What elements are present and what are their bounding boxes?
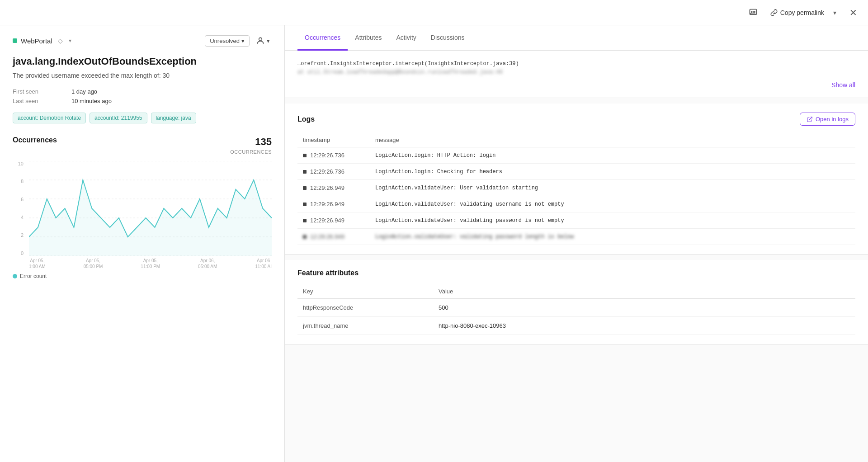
tab-attributes[interactable]: Attributes	[348, 25, 389, 51]
bookmark-icon[interactable]: ◇	[56, 36, 65, 45]
y-label-4: 4	[21, 215, 24, 220]
logs-header-row: Logs Open in logs	[297, 113, 855, 126]
log-message: LogicAction.login: HTTP Action: login	[370, 147, 855, 164]
tab-occurrences[interactable]: Occurrences	[297, 25, 348, 51]
log-row: 12:29:26.949LoginAction.validateUser: va…	[297, 229, 855, 245]
occurrences-header: Occurrences 135 OCCURRENCES	[13, 136, 272, 156]
stack-trace-line-1: …orefront.InsightsInterceptor.intercept(…	[297, 60, 855, 68]
log-timestamp: 12:29:26.736	[297, 147, 370, 164]
attr-key: jvm.thread_name	[297, 317, 433, 335]
svg-point-4	[259, 38, 262, 41]
feature-attrs-header-row: Feature attributes	[297, 269, 855, 277]
attr-value: 500	[433, 299, 855, 317]
svg-point-1	[751, 11, 752, 12]
logs-table: timestamp message 12:29:26.736LogicActio…	[297, 133, 855, 245]
log-row: 12:29:26.736LogicAction.login: HTTP Acti…	[297, 147, 855, 164]
y-label-2: 2	[21, 232, 24, 238]
project-name: WebPortal	[21, 37, 52, 45]
legend-label: Error count	[20, 273, 47, 279]
logs-title: Logs	[297, 115, 315, 123]
feedback-icon-btn[interactable]	[745, 6, 761, 19]
x-label-3: Apr 06,05:00 AM	[198, 258, 217, 269]
show-all-link[interactable]: Show all	[297, 81, 855, 89]
tag-account[interactable]: account: Demotron Rotate	[13, 113, 86, 123]
error-title: java.lang.IndexOutOfBoundsException	[13, 55, 272, 68]
log-indicator	[303, 235, 307, 239]
last-seen-label: Last seen	[13, 98, 71, 104]
user-chevron-icon: ▾	[267, 38, 270, 44]
stack-trace-line-2-blurred: at util.Stream.loadThreadedapp@Boundsin.…	[297, 68, 855, 77]
y-label-6: 6	[21, 197, 24, 202]
first-seen-value: 1 day ago	[71, 88, 272, 95]
divider	[842, 7, 842, 18]
tab-discussions[interactable]: Discussions	[424, 25, 472, 51]
assign-user-button[interactable]: ▾	[254, 34, 272, 47]
attr-row: jvm.thread_namehttp-nio-8080-exec-10963	[297, 317, 855, 335]
top-bar: Copy permalink ▾ ✕	[0, 0, 868, 25]
open-in-logs-label: Open in logs	[816, 116, 849, 123]
chart-legend: Error count	[13, 273, 272, 279]
x-label-4: Apr 0611:00 AI	[255, 258, 272, 269]
attrs-table: Key Value httpResponseCode500jvm.thread_…	[297, 284, 855, 335]
attr-value: http-nio-8080-exec-10963	[433, 317, 855, 335]
log-row: 12:29:26.949LoginAction.validateUser: va…	[297, 196, 855, 212]
chart-y-axis: 10 8 6 4 2 0	[13, 161, 26, 256]
log-timestamp: 12:29:26.736	[297, 164, 370, 180]
tag-language[interactable]: language: java	[151, 113, 196, 123]
log-timestamp: 12:29:26.949	[297, 196, 370, 212]
x-label-0: Apr 05,1:00 AM	[29, 258, 46, 269]
log-indicator	[303, 154, 307, 157]
log-timestamp: 12:29:26.949	[297, 229, 370, 245]
left-panel: WebPortal ◇ ▾ Unresolved ▾ ▾ java.lang.	[0, 25, 285, 462]
log-indicator	[303, 219, 307, 222]
right-panel-content: …orefront.InsightsInterceptor.intercept(…	[285, 51, 868, 344]
count-label: OCCURRENCES	[230, 149, 272, 155]
tag-account-id[interactable]: accountId: 2119955	[90, 113, 147, 123]
status-badge[interactable]: Unresolved ▾	[205, 35, 250, 47]
tab-activity[interactable]: Activity	[389, 25, 424, 51]
log-row: 12:29:26.949LoginAction.validateUser: va…	[297, 212, 855, 229]
log-timestamp: 12:29:26.949	[297, 212, 370, 229]
y-label-8: 8	[21, 179, 24, 184]
copy-permalink-button[interactable]: Copy permalink	[767, 7, 828, 18]
chevron-down-icon[interactable]: ▾	[833, 9, 836, 16]
project-actions: Unresolved ▾ ▾	[205, 34, 272, 47]
logs-col-timestamp: timestamp	[297, 133, 370, 147]
project-header: WebPortal ◇ ▾ Unresolved ▾ ▾	[13, 34, 272, 47]
project-chevron-icon[interactable]: ▾	[69, 38, 71, 44]
x-label-2: Apr 05,11:00 PM	[141, 258, 160, 269]
error-description: The provided username exceeded the max l…	[13, 72, 272, 79]
top-bar-actions: Copy permalink ▾ ✕	[745, 5, 859, 20]
log-message: LoginAction.validateUser: User validatio…	[370, 180, 855, 196]
svg-point-2	[753, 11, 754, 12]
occurrences-count: 135 OCCURRENCES	[230, 136, 272, 156]
log-timestamp: 12:29:26.949	[297, 180, 370, 196]
log-message: LoginAction.validateUser: validating pas…	[370, 229, 855, 245]
occurrences-title: Occurrences	[13, 136, 57, 144]
attr-row: httpResponseCode500	[297, 299, 855, 317]
svg-line-12	[809, 117, 812, 120]
legend-dot	[13, 274, 17, 278]
open-in-logs-button[interactable]: Open in logs	[800, 113, 855, 126]
tags-row: account: Demotron Rotate accountId: 2119…	[13, 113, 272, 123]
attr-key: httpResponseCode	[297, 299, 433, 317]
first-seen-label: First seen	[13, 88, 71, 95]
y-label-0: 0	[21, 250, 24, 256]
logs-section: Logs Open in logs timestamp	[285, 104, 868, 255]
project-name-group: WebPortal ◇ ▾	[13, 36, 71, 45]
log-indicator	[303, 170, 307, 174]
right-panel-tabs: Occurrences Attributes Activity Discussi…	[285, 25, 868, 51]
chart-x-axis: Apr 05,1:00 AM Apr 05,05:00 PM Apr 05,11…	[29, 256, 272, 269]
attrs-col-key: Key	[297, 284, 433, 299]
chart-svg	[29, 161, 272, 256]
log-row: 12:29:26.736LoginAction.login: Checking …	[297, 164, 855, 180]
stack-trace-section: …orefront.InsightsInterceptor.intercept(…	[285, 51, 868, 98]
main-layout: WebPortal ◇ ▾ Unresolved ▾ ▾ java.lang.	[0, 25, 868, 462]
chart-area	[29, 161, 272, 256]
log-message: LoginAction.validateUser: validating use…	[370, 196, 855, 212]
close-button[interactable]: ✕	[848, 5, 859, 20]
log-indicator	[303, 203, 307, 206]
x-label-1: Apr 05,05:00 PM	[84, 258, 103, 269]
occurrences-section: Occurrences 135 OCCURRENCES 10 8 6 4 2 0	[13, 136, 272, 279]
feature-attrs-title: Feature attributes	[297, 269, 359, 277]
